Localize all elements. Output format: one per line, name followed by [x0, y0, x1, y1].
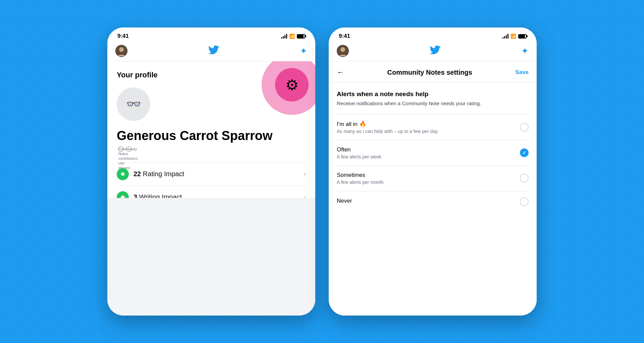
right-phone: 9:41 📶 ✦: [329, 27, 537, 316]
alerts-description: Receive notifications when a Community N…: [337, 100, 529, 108]
option-often-radio[interactable]: [520, 148, 529, 157]
rating-impact-chevron: ›: [304, 170, 306, 178]
writing-impact-chevron: ›: [304, 194, 306, 198]
info-icon: i: [126, 146, 131, 152]
status-bar-right: 9:41 📶: [329, 27, 537, 42]
profile-bottom: [107, 198, 315, 316]
status-bar-left: 9:41 📶: [107, 27, 315, 42]
writing-impact-left: 3 Writing Impact: [117, 191, 182, 198]
option-never-radio[interactable]: [520, 197, 529, 206]
alerts-title: Alerts when a note needs help: [337, 90, 529, 98]
option-never-label: Never: [337, 198, 516, 204]
battery-icon-left: [297, 34, 305, 39]
gear-button[interactable]: ⚙: [275, 68, 309, 101]
time-left: 9:41: [117, 33, 129, 40]
profile-avatar: 👓: [117, 87, 150, 121]
settings-header: ← Community Notes settings Save: [329, 61, 537, 82]
option-often[interactable]: Often A few alerts per week: [337, 140, 529, 165]
option-all-in-sublabel: As many as I can help with – up to a few…: [337, 129, 516, 134]
wifi-icon-right: 📶: [511, 33, 516, 39]
profile-content: ⚙ Your profile 👓 Generous Carrot Sparrow…: [107, 61, 315, 198]
svg-marker-3: [120, 195, 125, 198]
option-sometimes-label: Sometimes: [337, 172, 516, 179]
wifi-icon-left: 📶: [289, 33, 295, 39]
svg-point-1: [119, 47, 124, 52]
time-right: 9:41: [339, 33, 350, 40]
rating-impact-icon: [117, 168, 129, 180]
status-icons-right: 📶: [502, 33, 527, 39]
rating-impact-row[interactable]: 22 Rating Impact ›: [117, 162, 306, 186]
settings-title: Community Notes settings: [387, 69, 472, 76]
nav-bar-right: ✦: [329, 42, 537, 61]
gear-overlay[interactable]: ⚙: [262, 61, 315, 115]
option-never[interactable]: Never: [337, 191, 529, 212]
glasses-icon: 👓: [126, 97, 141, 111]
avatar-left[interactable]: [115, 45, 127, 57]
rating-impact-text: 22 Rating Impact: [133, 170, 184, 178]
gear-icon: ⚙: [285, 76, 299, 93]
signal-icon-left: [281, 34, 287, 39]
back-button[interactable]: ←: [337, 68, 344, 77]
signal-icon-right: [502, 34, 508, 39]
writing-impact-text: 3 Writing Impact: [133, 193, 182, 198]
twitter-logo-right: [430, 45, 440, 57]
settings-content: ← Community Notes settings Save Alerts w…: [329, 61, 537, 316]
alias-note: Community Notes contributors use aliases…: [117, 146, 306, 152]
username: Generous Carrot Sparrow: [117, 129, 306, 143]
avatar-right[interactable]: [337, 45, 349, 57]
save-button[interactable]: Save: [515, 69, 529, 76]
left-phone: 9:41 📶 ✦: [107, 27, 315, 316]
svg-point-5: [340, 47, 345, 52]
writing-impact-row[interactable]: 3 Writing Impact ›: [117, 186, 306, 198]
nav-bar-left: ✦: [107, 42, 315, 61]
option-often-sublabel: A few alerts per week: [337, 154, 516, 159]
option-sometimes-radio[interactable]: [520, 174, 529, 183]
alerts-section: Alerts when a note needs help Receive no…: [329, 82, 537, 212]
rating-impact-left: 22 Rating Impact: [117, 168, 184, 180]
sparkle-icon-right[interactable]: ✦: [521, 46, 529, 56]
sparkle-icon-left[interactable]: ✦: [300, 46, 307, 56]
status-icons-left: 📶: [281, 33, 305, 39]
option-all-in[interactable]: I'm all in 🔥 As many as I can help with …: [337, 114, 529, 140]
option-sometimes-sublabel: A few alerts per month: [337, 180, 516, 185]
option-often-label: Often: [337, 146, 516, 153]
twitter-logo-left: [208, 45, 219, 57]
option-all-in-radio[interactable]: [520, 123, 529, 132]
battery-icon-right: [518, 34, 527, 39]
writing-impact-icon: [117, 191, 129, 198]
option-all-in-label: I'm all in 🔥: [337, 121, 516, 128]
option-sometimes[interactable]: Sometimes A few alerts per month: [337, 165, 529, 191]
